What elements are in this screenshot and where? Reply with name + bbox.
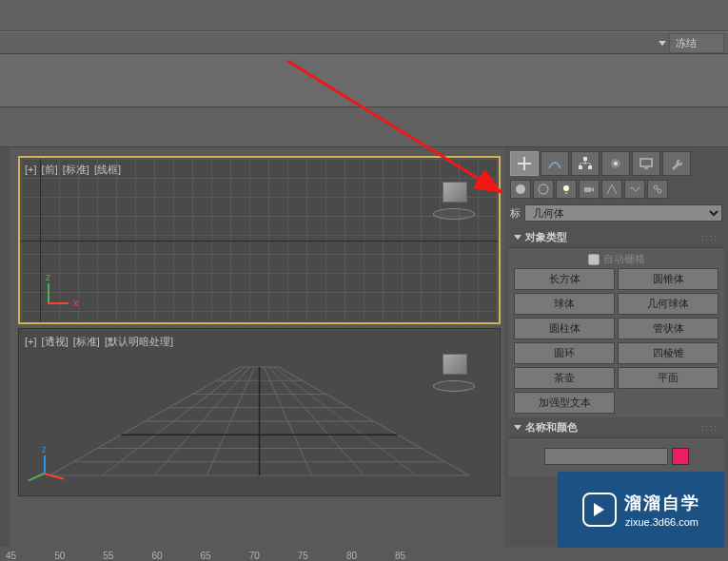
tab-create[interactable] bbox=[510, 151, 539, 176]
svg-point-28 bbox=[563, 185, 569, 191]
helper-icon bbox=[605, 183, 619, 196]
create-tube[interactable]: 管状体 bbox=[618, 318, 718, 339]
viewport-mode1[interactable]: [标准] bbox=[63, 164, 89, 175]
viewport-front-label[interactable]: [+] [前] [标准] [线框] bbox=[25, 163, 123, 177]
tab-motion[interactable] bbox=[601, 151, 630, 176]
rollout-title-object-type: 对象类型 bbox=[525, 230, 567, 244]
create-geosphere[interactable]: 几何球体 bbox=[618, 293, 718, 315]
create-sphere[interactable]: 球体 bbox=[514, 293, 615, 315]
axis-gizmo-front bbox=[36, 274, 74, 312]
subcat-cameras[interactable] bbox=[579, 180, 600, 199]
create-cylinder[interactable]: 圆柱体 bbox=[514, 318, 615, 339]
wrench-icon bbox=[668, 155, 685, 172]
rollout-header-object-type[interactable]: 对象类型 :::: bbox=[508, 227, 724, 248]
timeline-tick: 60 bbox=[151, 551, 162, 561]
viewport-name[interactable]: [前] bbox=[42, 164, 58, 175]
category-label: 标 bbox=[510, 206, 521, 221]
viewport-name[interactable]: [透视] bbox=[42, 336, 69, 347]
create-cone[interactable]: 圆锥体 bbox=[618, 268, 718, 290]
sphere-icon bbox=[514, 183, 527, 196]
timeline-tick: 50 bbox=[54, 551, 65, 561]
hierarchy-icon bbox=[577, 155, 594, 172]
plus-icon bbox=[516, 155, 533, 172]
dropdown-arrow-icon[interactable] bbox=[659, 41, 666, 46]
freeze-dropdown[interactable]: 冻结 bbox=[669, 33, 724, 53]
watermark-logo-icon bbox=[582, 493, 617, 527]
axis-gizmo-perspective bbox=[30, 440, 78, 488]
subcat-helpers[interactable] bbox=[601, 180, 622, 199]
svg-rect-21 bbox=[579, 165, 582, 169]
menubar-area bbox=[0, 0, 728, 31]
svg-rect-29 bbox=[584, 187, 591, 192]
svg-point-24 bbox=[614, 162, 618, 165]
viewport-mode1[interactable]: [标准] bbox=[73, 336, 100, 347]
svg-rect-25 bbox=[640, 159, 652, 166]
subcat-systems[interactable] bbox=[647, 180, 668, 199]
svg-rect-22 bbox=[588, 165, 592, 169]
viewport-plus[interactable]: [+] bbox=[25, 336, 37, 347]
timeline-tick: 80 bbox=[346, 551, 357, 561]
category-select[interactable]: 几何体 bbox=[524, 204, 722, 222]
svg-point-27 bbox=[539, 184, 548, 194]
command-panel-tabs bbox=[508, 151, 724, 176]
subcat-spacewarps[interactable] bbox=[624, 180, 645, 199]
viewport-mode2[interactable]: [线框] bbox=[94, 164, 121, 175]
create-box[interactable]: 长方体 bbox=[514, 268, 615, 290]
light-icon bbox=[560, 183, 573, 196]
toolbar-row-2: 冻结 bbox=[0, 31, 728, 54]
rollout-name-color: 名称和颜色 :::: bbox=[508, 417, 724, 476]
create-teapot[interactable]: 茶壶 bbox=[514, 367, 615, 389]
viewcube-perspective[interactable] bbox=[433, 346, 481, 394]
viewport-plus[interactable]: [+] bbox=[25, 164, 37, 175]
tab-utilities[interactable] bbox=[662, 151, 691, 176]
viewport-perspective-label[interactable]: [+] [透视] [标准] [默认明暗处理] bbox=[25, 335, 175, 349]
watermark-url: zixue.3d66.com bbox=[625, 516, 698, 528]
viewport-perspective[interactable]: [+] [透视] [标准] [默认明暗处理] bbox=[18, 328, 501, 496]
motion-icon bbox=[607, 155, 624, 172]
create-torus[interactable]: 圆环 bbox=[514, 342, 615, 364]
viewport-mode2[interactable]: [默认明暗处理] bbox=[105, 336, 173, 347]
create-plane[interactable]: 平面 bbox=[618, 367, 718, 389]
timeline-tick: 85 bbox=[395, 551, 405, 561]
ribbon-area bbox=[0, 54, 728, 107]
subcat-geometry[interactable] bbox=[510, 180, 531, 199]
category-row: 标 几何体 bbox=[508, 203, 724, 223]
viewport-grid-2d bbox=[21, 159, 498, 321]
create-subcategories bbox=[508, 180, 724, 199]
create-textplus[interactable]: 加强型文本 bbox=[514, 392, 615, 414]
arc-icon bbox=[546, 155, 563, 172]
subcat-shapes[interactable] bbox=[533, 180, 554, 199]
tab-modify[interactable] bbox=[541, 151, 569, 176]
object-color-swatch[interactable] bbox=[672, 448, 689, 465]
tab-hierarchy[interactable] bbox=[571, 151, 600, 176]
left-dock bbox=[0, 147, 10, 547]
timeline-tick: 70 bbox=[249, 551, 260, 561]
watermark-title: 溜溜自学 bbox=[624, 492, 700, 514]
viewports-container: [+] [前] [标准] [线框] bbox=[10, 147, 504, 547]
create-pyramid[interactable]: 四棱锥 bbox=[618, 342, 718, 364]
toolbar-row-3 bbox=[0, 107, 728, 147]
rollout-drag-handle[interactable]: :::: bbox=[701, 423, 718, 433]
rollout-title-name-color: 名称和颜色 bbox=[525, 420, 578, 435]
autogrid-label: 自动栅格 bbox=[603, 252, 645, 266]
timeline-tick: 45 bbox=[6, 551, 16, 561]
viewcube-front[interactable] bbox=[433, 174, 481, 222]
timeline[interactable]: 45 50 55 60 65 70 75 80 85 bbox=[0, 547, 728, 561]
svg-rect-20 bbox=[583, 157, 587, 161]
timeline-tick: 65 bbox=[201, 551, 211, 561]
object-type-grid: 长方体 圆锥体 球体 几何球体 圆柱体 管状体 圆环 四棱锥 茶壶 平面 加强型… bbox=[514, 268, 718, 414]
circle-icon bbox=[537, 183, 550, 196]
timeline-tick: 55 bbox=[103, 551, 113, 561]
rollout-object-type: 对象类型 :::: 自动栅格 长方体 圆锥体 球体 几何球体 圆柱体 管状体 圆… bbox=[508, 227, 724, 417]
subcat-lights[interactable] bbox=[556, 180, 577, 199]
viewport-front[interactable]: [+] [前] [标准] [线框] bbox=[18, 156, 501, 324]
viewport-grid-perspective bbox=[21, 331, 498, 493]
svg-point-26 bbox=[516, 184, 525, 194]
object-name-input[interactable] bbox=[544, 448, 668, 465]
rollout-drag-handle[interactable]: :::: bbox=[701, 233, 718, 242]
rollout-header-name-color[interactable]: 名称和颜色 :::: bbox=[508, 417, 724, 438]
wave-icon bbox=[628, 183, 641, 196]
tab-display[interactable] bbox=[632, 151, 660, 176]
autogrid-checkbox bbox=[588, 254, 600, 265]
timeline-tick: 75 bbox=[298, 551, 308, 561]
